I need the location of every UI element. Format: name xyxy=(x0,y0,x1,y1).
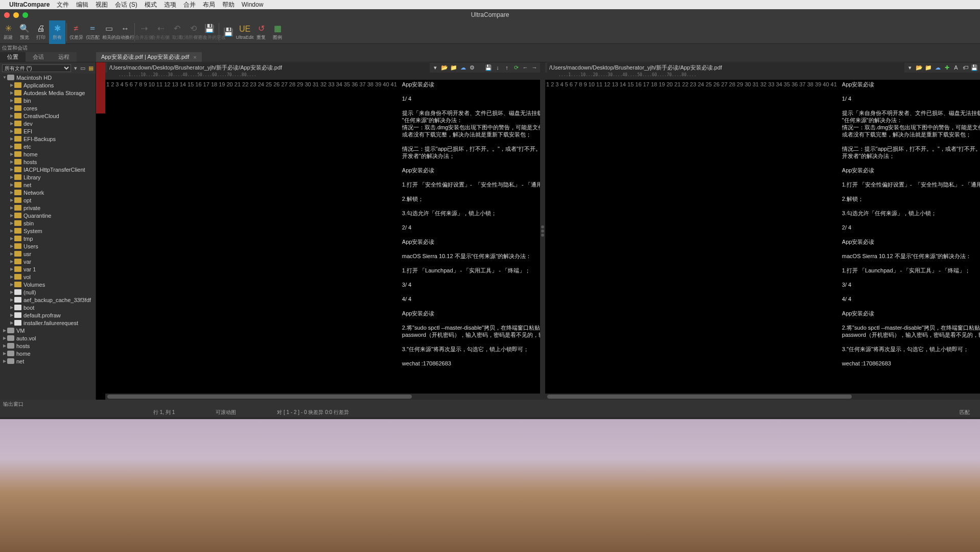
menu-file[interactable]: 文件 xyxy=(57,1,69,9)
left-editor[interactable]: 1 2 3 4 5 6 7 8 9 10 11 12 13 14 15 16 1… xyxy=(105,80,540,394)
left-code[interactable]: App安装必读 1/ 4 提示「来自身份不明开发者、文件已损坏、磁盘无法挂载」以… xyxy=(400,80,540,394)
cloud-icon[interactable]: ☁ xyxy=(934,64,941,71)
tree-node[interactable]: ▶Users xyxy=(0,242,96,250)
chevron-right-icon[interactable]: ▶ xyxy=(9,205,14,210)
tree-node[interactable]: ▶Volumes xyxy=(0,281,96,288)
folder-tree[interactable]: ▼Macintosh HD▶Applications▶Autodesk Medi… xyxy=(0,74,96,400)
folder-icon[interactable]: 📁 xyxy=(925,64,932,71)
tree-node[interactable]: ▶Quarantine xyxy=(0,212,96,219)
tree-node[interactable]: ▶auto.vol xyxy=(0,334,96,342)
pane-splitter[interactable] xyxy=(540,62,545,400)
chevron-right-icon[interactable]: ▶ xyxy=(9,282,14,287)
tree-node[interactable]: ▶tmp xyxy=(0,235,96,242)
tree-node[interactable]: ▶private xyxy=(0,204,96,212)
tree-node[interactable]: ▶usr xyxy=(0,250,96,258)
tree-node[interactable]: ▶var xyxy=(0,258,96,265)
tree-node[interactable]: ▶net xyxy=(0,357,96,365)
tree-node[interactable]: ▶hosts xyxy=(0,158,96,166)
tree-node[interactable]: ▶installer.failurerequest xyxy=(0,319,96,327)
dropdown-icon[interactable]: ▾ xyxy=(432,64,439,71)
repeat-button[interactable]: ↺重复 xyxy=(253,20,269,44)
chevron-right-icon[interactable]: ▶ xyxy=(9,213,14,218)
tree-node[interactable]: ▶Library xyxy=(0,173,96,181)
close-tab-icon[interactable]: × xyxy=(193,54,196,60)
chevron-right-icon[interactable]: ▶ xyxy=(9,136,14,141)
menu-view[interactable]: 视图 xyxy=(96,1,108,9)
tree-node[interactable]: ▶home xyxy=(0,150,96,158)
settings-icon[interactable]: ⚙ xyxy=(469,64,476,71)
left-path-field[interactable]: /Users/macdown/Desktop/Brusherator_yjh/新… xyxy=(107,63,430,73)
tree-node[interactable]: ▶Network xyxy=(0,189,96,196)
tree-node[interactable]: ▶boot xyxy=(0,304,96,311)
arrow-up-icon[interactable]: ↑ xyxy=(503,64,510,71)
wrap-button[interactable]: ↔自动换行 xyxy=(117,20,133,44)
tab-remote[interactable]: 远程 xyxy=(51,52,77,62)
chevron-right-icon[interactable]: ▶ xyxy=(9,83,14,87)
chevron-right-icon[interactable]: ▶ xyxy=(9,228,14,233)
left-hscroll[interactable] xyxy=(105,394,540,400)
diffonly-button[interactable]: ≠仅差异 xyxy=(68,20,84,44)
chevron-right-icon[interactable]: ▶ xyxy=(9,251,14,256)
save-icon[interactable]: 💾 xyxy=(485,64,492,71)
tree-node[interactable]: ▶EFI-Backups xyxy=(0,135,96,143)
tree-node[interactable]: ▶hosts xyxy=(0,342,96,350)
chevron-right-icon[interactable]: ▶ xyxy=(9,106,14,110)
chevron-right-icon[interactable]: ▶ xyxy=(9,244,14,248)
chevron-right-icon[interactable]: ▶ xyxy=(2,359,7,363)
tree-node[interactable]: ▼Macintosh HD xyxy=(0,74,96,81)
preview-button[interactable]: 🔍预览 xyxy=(16,20,33,44)
merge-left-button[interactable]: ⇢合并左侧 xyxy=(136,20,152,44)
view-icon-2[interactable]: ▦ xyxy=(88,65,94,72)
menu-edit[interactable]: 编辑 xyxy=(76,1,88,9)
menu-help[interactable]: 帮助 xyxy=(222,1,235,9)
chevron-right-icon[interactable]: ▶ xyxy=(9,221,14,225)
all-button[interactable]: ✱所有 xyxy=(49,20,65,44)
right-code[interactable]: App安装必读 1/ 4 提示「来自身份不明开发者、文件已损坏、磁盘无法挂载」以… xyxy=(840,80,980,394)
tab-location[interactable]: 位置 xyxy=(0,52,26,62)
chevron-down-icon[interactable]: ▼ xyxy=(2,75,7,80)
chevron-right-icon[interactable]: ▶ xyxy=(9,159,14,164)
chevron-right-icon[interactable]: ▶ xyxy=(9,144,14,149)
chevron-right-icon[interactable]: ▶ xyxy=(9,190,14,195)
chevron-right-icon[interactable]: ▶ xyxy=(2,343,7,348)
menu-layout[interactable]: 布局 xyxy=(203,1,215,9)
menu-merge[interactable]: 合并 xyxy=(183,1,196,9)
open-folder-icon[interactable]: 📂 xyxy=(441,64,448,71)
refresh-icon[interactable]: ⟳ xyxy=(512,64,520,71)
chevron-right-icon[interactable]: ▶ xyxy=(2,351,7,356)
tree-node[interactable]: ▶dev xyxy=(0,120,96,127)
plus-icon[interactable]: ✚ xyxy=(943,64,950,71)
chevron-right-icon[interactable]: ▶ xyxy=(9,290,14,294)
legend-button[interactable]: ▦图例 xyxy=(269,20,286,44)
tree-node[interactable]: ▶VM xyxy=(0,327,96,334)
app-name[interactable]: UltraCompare xyxy=(9,1,50,8)
tree-node[interactable]: ▶cores xyxy=(0,104,96,112)
tree-node[interactable]: ▶EFI xyxy=(0,127,96,135)
chevron-right-icon[interactable]: ▶ xyxy=(9,167,14,172)
chevron-right-icon[interactable]: ▶ xyxy=(9,152,14,156)
tree-node[interactable]: ▶default.profraw xyxy=(0,311,96,319)
folder-icon[interactable]: 📁 xyxy=(450,64,457,71)
menu-window[interactable]: Window xyxy=(242,1,264,8)
tree-node[interactable]: ▶Applications xyxy=(0,81,96,89)
chevron-right-icon[interactable]: ▶ xyxy=(9,90,14,95)
tree-node[interactable]: ▶opt xyxy=(0,196,96,204)
tree-node[interactable]: ▶aef_backup_cache_33f3fdf xyxy=(0,296,96,304)
save-button[interactable]: 💾 xyxy=(220,20,237,44)
cloud-icon[interactable]: ☁ xyxy=(459,64,466,71)
chevron-right-icon[interactable]: ▶ xyxy=(9,305,14,310)
close-window-button[interactable] xyxy=(4,12,10,18)
new-button[interactable]: ✳新建 xyxy=(0,20,16,44)
chevron-right-icon[interactable]: ▶ xyxy=(9,259,14,264)
tree-node[interactable]: ▶net xyxy=(0,181,96,189)
output-panel-label[interactable]: 输出窗口 xyxy=(0,400,980,408)
next-icon[interactable]: → xyxy=(531,64,538,71)
prev-icon[interactable]: ← xyxy=(522,64,529,71)
right-hscroll[interactable] xyxy=(545,394,980,400)
tree-node[interactable]: ▶(null) xyxy=(0,288,96,296)
dropdown-icon[interactable]: ▾ xyxy=(906,64,914,71)
chevron-right-icon[interactable]: ▶ xyxy=(2,328,7,333)
a-icon[interactable]: A xyxy=(952,64,960,71)
tree-node[interactable]: ▶etc xyxy=(0,143,96,150)
tree-node[interactable]: ▶var 1 xyxy=(0,265,96,273)
